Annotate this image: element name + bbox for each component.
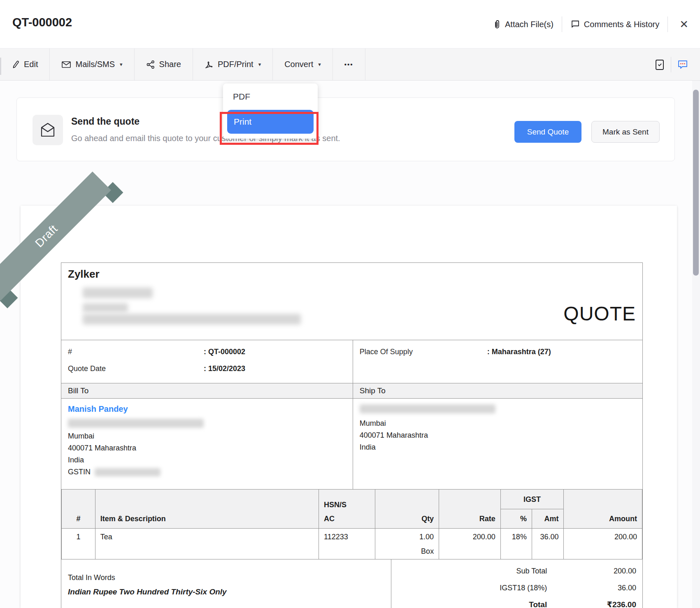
quote-detail-page: QT-000002 Attach File(s) Comments & Hist… xyxy=(0,0,700,608)
item-hsn: 112233 xyxy=(319,529,375,559)
col-header-igst: IGST xyxy=(500,490,564,509)
divider xyxy=(562,16,562,32)
redacted-text xyxy=(83,303,128,312)
share-button[interactable]: Share xyxy=(135,49,193,80)
number-value: : QT-000002 xyxy=(204,344,245,359)
col-header-qty: Qty xyxy=(375,490,439,529)
item-qty: 1.00Box xyxy=(375,529,439,559)
chat-feedback-button[interactable] xyxy=(671,59,694,70)
item-num: 1 xyxy=(62,529,95,559)
bill-to-label: Bill To xyxy=(61,383,353,398)
send-quote-button[interactable]: Send Quote xyxy=(514,121,581,143)
dropdown-item-pdf[interactable]: PDF xyxy=(223,84,318,110)
quote-info-row: #: QT-000002 Quote Date: 15/02/2023 Plac… xyxy=(61,340,642,383)
checklist-clipboard-button[interactable] xyxy=(649,58,671,71)
mails-sms-button[interactable]: Mails/SMS ▾ xyxy=(50,49,134,80)
attach-files-button[interactable]: Attach File(s) xyxy=(493,19,553,29)
items-table: # Item & Description HSN/SAC Qty Rate IG… xyxy=(61,489,642,559)
chevron-down-icon: ▾ xyxy=(120,61,123,67)
address-line: India xyxy=(360,441,636,453)
item-unit: Box xyxy=(380,547,434,556)
banner-buttons: Send Quote Mark as Sent xyxy=(514,121,660,143)
col-header-item: Item & Description xyxy=(95,490,319,529)
chevron-down-icon: ▾ xyxy=(318,61,321,67)
subtotal-row: Sub Total 200.00 xyxy=(391,566,642,576)
pos-value: : Maharashtra (27) xyxy=(487,344,551,359)
item-igst-pct: 18% xyxy=(500,529,532,559)
col-header-rate: Rate xyxy=(439,490,501,529)
share-icon xyxy=(146,60,155,69)
total-in-words-value: Indian Rupee Two Hundred Thirty-Six Only xyxy=(68,587,384,596)
col-header-igst-pct: % xyxy=(500,509,532,529)
col-header-hsn: HSN/SAC xyxy=(319,490,375,529)
grand-total-row: Total ₹236.00 xyxy=(391,600,642,608)
open-envelope-icon xyxy=(39,121,57,139)
header-actions: Attach File(s) Comments & History ✕ xyxy=(493,0,692,49)
edit-button[interactable]: Edit xyxy=(0,49,50,80)
addresses-row: Manish Pandey Mumbai 400071 Maharashtra … xyxy=(61,399,642,489)
redacted-text xyxy=(95,468,160,476)
paperclip-icon xyxy=(493,19,501,29)
clipboard-check-icon xyxy=(654,58,665,71)
ship-to-address: Mumbai 400071 Maharashtra India xyxy=(353,399,642,489)
pos-label: Place Of Supply xyxy=(360,344,487,359)
convert-button[interactable]: Convert ▾ xyxy=(273,49,333,80)
ship-to-label: Ship To xyxy=(353,383,642,398)
date-label: Quote Date xyxy=(68,361,204,376)
address-line: India xyxy=(68,454,346,466)
scrollbar-thumb[interactable] xyxy=(693,90,699,276)
bill-to-address: Manish Pandey Mumbai 400071 Maharashtra … xyxy=(61,399,353,489)
item-igst-amt: 36.00 xyxy=(532,529,564,559)
left-edge-scroll-remnant xyxy=(0,58,1,75)
divider xyxy=(667,16,668,32)
address-header-band: Bill To Ship To xyxy=(61,383,642,399)
redacted-text xyxy=(360,404,495,413)
toolbar-right-icons xyxy=(649,49,694,81)
redacted-text xyxy=(83,314,301,325)
customer-name-link[interactable]: Manish Pandey xyxy=(68,404,346,414)
pdf-print-button[interactable]: PDF/Print ▾ xyxy=(193,49,273,80)
more-icon: ••• xyxy=(344,61,353,68)
close-icon[interactable]: ✕ xyxy=(676,18,692,31)
action-toolbar: Edit Mails/SMS ▾ Share xyxy=(0,49,700,81)
totals-values-cell: Sub Total 200.00 IGST18 (18%) 36.00 Tota… xyxy=(391,559,642,608)
chevron-down-icon: ▾ xyxy=(258,61,261,67)
item-row: 1 Tea 112233 1.00Box 200.00 18% 36.00 20… xyxy=(62,529,642,559)
address-line: Mumbai xyxy=(360,418,636,429)
vertical-scrollbar[interactable] xyxy=(692,81,700,608)
col-header-num: # xyxy=(62,490,95,529)
comment-icon xyxy=(570,19,580,29)
redacted-text xyxy=(83,288,153,298)
send-quote-banner: Send the quote Go ahead and email this q… xyxy=(16,97,675,161)
envelope-icon xyxy=(61,60,71,69)
item-rate: 200.00 xyxy=(439,529,501,559)
pencil-icon xyxy=(12,60,20,69)
item-name: Tea xyxy=(95,529,319,559)
total-in-words-label: Total In Words xyxy=(68,573,384,582)
pdf-print-dropdown: PDF Print xyxy=(223,84,318,139)
date-value: : 15/02/2023 xyxy=(204,361,245,376)
total-in-words-cell: Total In Words Indian Rupee Two Hundred … xyxy=(61,559,391,608)
more-actions-button[interactable]: ••• xyxy=(333,49,365,80)
document-header: Zylker QUOTE xyxy=(61,263,642,340)
address-line: Mumbai xyxy=(68,430,346,442)
quote-document: Zylker QUOTE #: QT-000002 Quote Date: 15… xyxy=(61,262,643,608)
col-header-igst-amt: Amt xyxy=(532,509,564,529)
quote-heading: QUOTE xyxy=(563,302,636,325)
envelope-badge xyxy=(33,115,63,145)
company-name: Zylker xyxy=(68,268,100,281)
page-header: QT-000002 Attach File(s) Comments & Hist… xyxy=(0,0,700,49)
chat-bubble-dots-icon xyxy=(677,59,688,70)
address-line: 400071 Maharashtra xyxy=(68,442,346,454)
col-header-amount: Amount xyxy=(564,490,642,529)
gstin-label: GSTIN xyxy=(68,468,91,476)
item-amount: 200.00 xyxy=(564,529,642,559)
place-of-supply-cell: Place Of Supply: Maharashtra (27) xyxy=(353,340,642,383)
mark-as-sent-button[interactable]: Mark as Sent xyxy=(591,121,660,143)
quote-preview-card: Draft Zylker QUOTE #: QT-000002 Quote Da… xyxy=(21,206,677,608)
dropdown-item-print[interactable]: Print xyxy=(227,110,314,134)
comments-history-button[interactable]: Comments & History xyxy=(570,19,659,29)
address-line: 400071 Maharashtra xyxy=(360,429,636,441)
totals-section: Total In Words Indian Rupee Two Hundred … xyxy=(61,559,642,608)
igst-row: IGST18 (18%) 36.00 xyxy=(391,583,642,593)
